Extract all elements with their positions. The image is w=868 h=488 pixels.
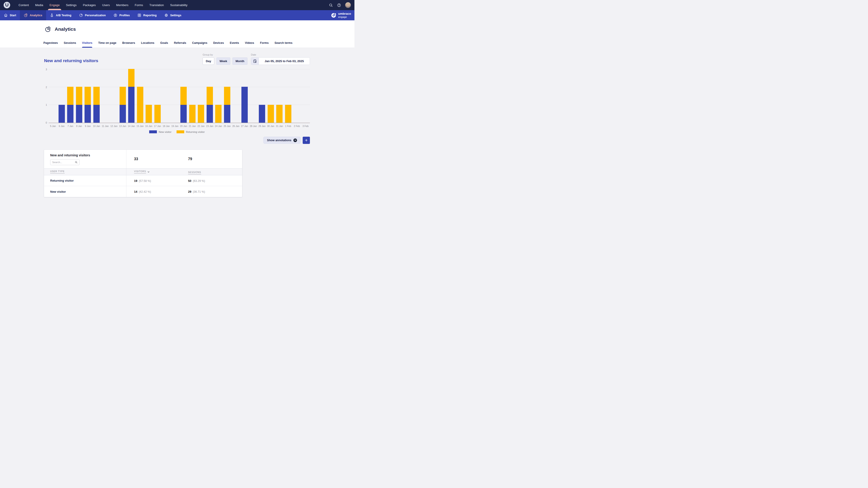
table-row-new-visitor[interactable]: New visitor14 (42.42 %)29 (36.71 %) — [44, 186, 242, 197]
topnav-item-translation[interactable]: Translation — [146, 0, 167, 10]
date-range-picker[interactable]: Jan 05, 2025 to Feb 03, 2025 — [251, 57, 310, 65]
topnav-item-engage[interactable]: Engage — [46, 0, 63, 10]
visitors-bar-chart: 0123 5 Jan6 Jan7 Jan8 Jan9 Jan10 Jan11 J… — [44, 69, 310, 133]
stacked-bar-24-jan[interactable] — [215, 105, 221, 123]
stacked-bar-27-jan[interactable] — [241, 87, 248, 123]
stacked-bar-10-jan[interactable] — [93, 87, 100, 123]
bar-slot-6-jan — [57, 69, 66, 123]
stacked-bar-13-jan[interactable] — [120, 87, 126, 123]
x-axis-label-27-jan: 27 Jan — [240, 125, 249, 127]
stacked-bar-31-jan[interactable] — [276, 105, 283, 123]
x-axis-label-16-jan: 16 Jan — [145, 125, 153, 127]
column-sessions[interactable]: SESSIONS — [180, 170, 242, 174]
tab-goals[interactable]: Goals — [160, 38, 168, 48]
page-header: Analytics — [0, 20, 354, 38]
topnav-item-content[interactable]: Content — [16, 0, 32, 10]
search-input[interactable] — [51, 161, 75, 164]
topnav-item-users[interactable]: Users — [99, 0, 113, 10]
topnav-item-packages[interactable]: Packages — [80, 0, 99, 10]
stacked-bar-14-jan[interactable] — [128, 69, 134, 123]
subnav-item-reporting[interactable]: Reporting — [133, 10, 160, 20]
column-visitors[interactable]: VISITORS — [126, 170, 180, 173]
date-range-value: Jan 05, 2025 to Feb 03, 2025 — [259, 58, 310, 65]
x-axis-label-20-jan: 20 Jan — [179, 125, 188, 127]
stacked-bar-8-jan[interactable] — [76, 87, 82, 123]
topnav-item-forms[interactable]: Forms — [131, 0, 146, 10]
topnav-item-label: Forms — [135, 3, 143, 7]
subnav-item-personalization[interactable]: Personalization — [75, 10, 110, 20]
date-label: Date — [251, 53, 310, 56]
tab-referrals[interactable]: Referrals — [174, 38, 186, 48]
legend-item-new-visitor[interactable]: New visitor — [149, 130, 171, 133]
legend-item-returning-visitor[interactable]: Returning visitor — [177, 130, 205, 133]
topnav-item-sustainability[interactable]: Sustainability — [167, 0, 191, 10]
umbraco-logo-icon[interactable] — [4, 2, 10, 8]
tab-events[interactable]: Events — [230, 38, 239, 48]
tab-devices[interactable]: Devices — [213, 38, 224, 48]
table-row-returning-visitor[interactable]: Returning visitor19 (57.58 %)50 (63.29 %… — [44, 175, 242, 186]
stacked-bar-29-jan[interactable] — [259, 105, 265, 123]
x-axis-label-14-jan: 14 Jan — [127, 125, 136, 127]
search-icon[interactable] — [329, 3, 333, 7]
group-by-day-button[interactable]: Day — [203, 57, 214, 65]
stacked-bar-30-jan[interactable] — [268, 105, 274, 123]
bar-slot-12-jan — [110, 69, 119, 123]
x-axis-label-2-feb: 2 Feb — [292, 125, 301, 127]
stacked-bar-21-jan[interactable] — [189, 105, 195, 123]
stacked-bar-9-jan[interactable] — [85, 87, 91, 123]
tab-sessions[interactable]: Sessions — [64, 38, 76, 48]
chart-bars — [49, 69, 310, 123]
topnav-item-settings[interactable]: Settings — [63, 0, 80, 10]
topnav-item-label: Content — [19, 3, 29, 7]
stacked-bar-22-jan[interactable] — [198, 105, 204, 123]
x-axis-label-9-jan: 9 Jan — [84, 125, 92, 127]
stacked-bar-23-jan[interactable] — [207, 87, 213, 123]
tab-videos[interactable]: Videos — [245, 38, 254, 48]
subnav-item-start[interactable]: Start — [0, 10, 20, 20]
help-icon[interactable] — [337, 3, 341, 7]
stacked-bar-6-jan[interactable] — [59, 105, 65, 123]
x-axis-label-29-jan: 29 Jan — [258, 125, 267, 127]
topnav-item-label: Packages — [83, 3, 96, 7]
add-annotation-button[interactable]: + — [303, 137, 310, 144]
stacked-bar-7-jan[interactable] — [67, 87, 73, 123]
subnav-item-label: Reporting — [143, 14, 157, 17]
subnav-item-profiles[interactable]: Profiles — [110, 10, 133, 20]
subnav-item-settings[interactable]: Settings — [160, 10, 185, 20]
topnav-item-media[interactable]: Media — [32, 0, 46, 10]
x-axis-label-17-jan: 17 Jan — [153, 125, 162, 127]
x-axis-label-18-jan: 18 Jan — [162, 125, 170, 127]
bar-slot-17-jan — [153, 69, 162, 123]
tab-forms[interactable]: Forms — [260, 38, 269, 48]
stacked-bar-25-jan[interactable] — [224, 87, 230, 123]
home-icon — [4, 13, 8, 17]
tab-campaigns[interactable]: Campaigns — [192, 38, 207, 48]
tab-locations[interactable]: Locations — [141, 38, 154, 48]
subnav-item-a-b-testing[interactable]: A/B Testing — [46, 10, 75, 20]
topnav-item-members[interactable]: Members — [113, 0, 131, 10]
section-title: New and returning visitors — [44, 58, 98, 63]
bar-slot-3-feb — [301, 69, 310, 123]
group-by-month-button[interactable]: Month — [232, 57, 248, 65]
show-annotations-button[interactable]: Show annotations — [264, 137, 301, 144]
tab-pageviews[interactable]: Pageviews — [43, 38, 58, 48]
tab-time-on-page[interactable]: Time on page — [98, 38, 116, 48]
subnav-item-label: Analytics — [30, 14, 42, 17]
topnav-item-label: Users — [102, 3, 110, 7]
sort-chevron-down-icon — [147, 171, 150, 173]
stacked-bar-1-feb[interactable] — [285, 105, 291, 123]
tab-browsers[interactable]: Browsers — [122, 38, 135, 48]
column-user-type[interactable]: USER TYPE — [44, 168, 126, 175]
bar-slot-28-jan — [249, 69, 258, 123]
stacked-bar-17-jan[interactable] — [154, 105, 161, 123]
tab-search-terms[interactable]: Search terms — [274, 38, 292, 48]
user-avatar[interactable] — [345, 2, 351, 8]
bar-slot-11-jan — [101, 69, 110, 123]
stacked-bar-20-jan[interactable] — [180, 87, 187, 123]
stacked-bar-15-jan[interactable] — [137, 87, 143, 123]
subnav-item-analytics[interactable]: Analytics — [20, 10, 46, 20]
tab-visitors[interactable]: Visitors — [82, 38, 92, 48]
group-by-week-button[interactable]: Week — [216, 57, 230, 65]
x-axis-label-10-jan: 10 Jan — [92, 125, 101, 127]
stacked-bar-16-jan[interactable] — [146, 105, 152, 123]
